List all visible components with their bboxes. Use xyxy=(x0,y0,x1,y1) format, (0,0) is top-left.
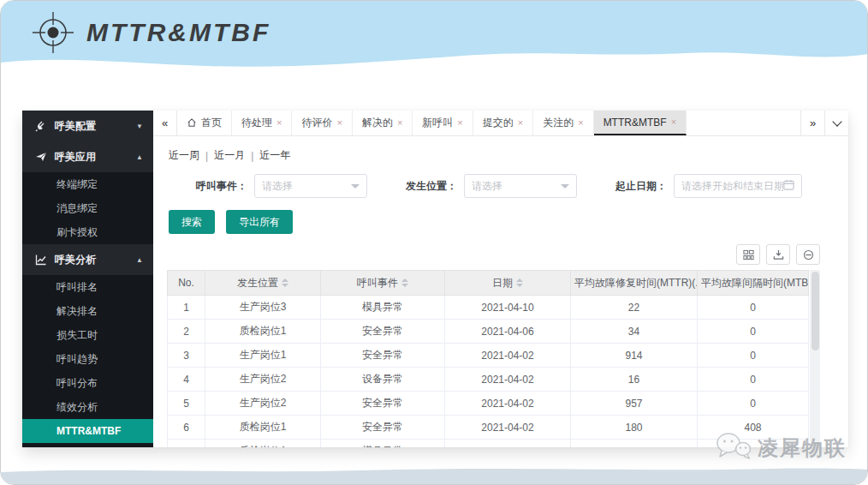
table-cell: 0 xyxy=(698,392,809,416)
sidebar-item-解决排名[interactable]: 解决排名 xyxy=(22,299,153,323)
table-header-row: No.发生位置呼叫事件日期平均故障修复时间(MTTR)(...平均故障间隔时间(… xyxy=(168,271,809,296)
sidebar-item-终端绑定[interactable]: 终端绑定 xyxy=(22,172,153,196)
chevron-down-icon: ▼ xyxy=(136,123,143,130)
sidebar-item-呼叫分布[interactable]: 呼叫分布 xyxy=(22,371,153,395)
date-range-input[interactable]: 请选择开始和结束日期 xyxy=(674,174,802,198)
sidebar-item-呼叫排名[interactable]: 呼叫排名 xyxy=(22,275,153,299)
table-cell: 质检岗位1 xyxy=(205,440,321,448)
tabs: 首页待处理×待评价×解决的×新呼叫×提交的×关注的×MTTR&MTBF× xyxy=(177,111,687,135)
tabbar-spacer xyxy=(687,111,800,135)
table-cell: 34 xyxy=(571,320,698,344)
close-icon[interactable]: × xyxy=(671,117,676,127)
tab-label: 新呼叫 xyxy=(422,116,453,130)
column-header-4[interactable]: 平均故障修复时间(MTTR)(... xyxy=(571,271,698,296)
column-label: No. xyxy=(178,277,194,289)
sidebar-item-MTTR&MTBF[interactable]: MTTR&MTBF xyxy=(22,419,153,443)
close-icon[interactable]: × xyxy=(336,118,342,128)
location-select[interactable]: 请选择 xyxy=(464,174,577,198)
table-cell: 3 xyxy=(168,344,205,368)
table-cell: 22 xyxy=(571,296,698,320)
table-cell: 2021-04-02 xyxy=(445,368,571,392)
tab-首页[interactable]: 首页 xyxy=(177,111,232,135)
table-cell: 2 xyxy=(168,320,205,344)
print-icon xyxy=(803,249,814,260)
sidebar-item-呼叫趋势[interactable]: 呼叫趋势 xyxy=(22,347,153,371)
sidebar-group-呼美应用[interactable]: 呼美应用▲ xyxy=(22,141,153,172)
table-row: 2质检岗位1安全异常2021-04-06340 xyxy=(168,320,809,344)
table-cell: 生产岗位3 xyxy=(205,296,321,320)
sidebar-group-呼美分析[interactable]: 呼美分析▲ xyxy=(22,244,153,275)
tab-label: 待处理 xyxy=(241,116,272,130)
quick-range-近一月[interactable]: 近一月 xyxy=(214,148,245,163)
column-header-5[interactable]: 平均故障间隔时间(MTBF)(... xyxy=(698,271,809,296)
table-cell: 安全异常 xyxy=(321,344,445,368)
scrollbar-thumb[interactable] xyxy=(812,272,819,350)
sidebar-group-label: 呼美分析 xyxy=(55,253,128,267)
close-icon[interactable]: × xyxy=(457,118,462,128)
quick-range-近一周[interactable]: 近一周 xyxy=(169,148,199,163)
close-icon[interactable]: × xyxy=(578,118,583,128)
tab-解决的[interactable]: 解决的× xyxy=(353,111,413,135)
tab-bar: « 首页待处理×待评价×解决的×新呼叫×提交的×关注的×MTTR&MTBF× » xyxy=(153,111,848,136)
table-cell: 生产岗位1 xyxy=(205,344,321,368)
table-cell: 216 xyxy=(571,440,698,448)
column-settings-button[interactable] xyxy=(736,244,760,265)
sidebar-item-消息绑定[interactable]: 消息绑定 xyxy=(22,196,153,220)
plug-icon xyxy=(34,120,47,133)
table-row: 5生产岗位2安全异常2021-04-029570 xyxy=(168,392,809,416)
tabs-scroll-left-button[interactable]: « xyxy=(153,111,177,135)
close-icon[interactable]: × xyxy=(276,118,282,128)
send-icon xyxy=(34,151,47,164)
call-event-select[interactable]: 请选择 xyxy=(254,174,367,198)
close-icon[interactable]: × xyxy=(518,118,523,128)
sidebar-item-刷卡授权[interactable]: 刷卡授权 xyxy=(22,220,153,244)
home-icon xyxy=(187,117,197,129)
table-cell: 180 xyxy=(571,416,698,440)
export-icon xyxy=(773,249,784,260)
tab-label: 提交的 xyxy=(483,116,514,130)
close-icon[interactable]: × xyxy=(397,118,402,128)
columns-icon xyxy=(743,249,754,260)
table-scrollbar[interactable] xyxy=(810,270,820,447)
column-header-2[interactable]: 呼叫事件 xyxy=(321,271,445,296)
tab-关注的[interactable]: 关注的× xyxy=(533,111,593,135)
sort-icon[interactable] xyxy=(282,278,288,287)
table-cell: 0 xyxy=(698,296,809,320)
sidebar-group-呼美配置[interactable]: 呼美配置▼ xyxy=(22,111,153,141)
table-cell: 2021-04-10 xyxy=(445,296,571,320)
tab-待处理[interactable]: 待处理× xyxy=(232,111,292,135)
action-buttons: 搜索 导出所有 xyxy=(169,210,835,234)
table-cell: 914 xyxy=(571,344,698,368)
table-cell: 2021-04-02 xyxy=(445,440,571,448)
tab-待评价[interactable]: 待评价× xyxy=(292,111,352,135)
bottom-wave xyxy=(1,462,868,484)
tab-新呼叫[interactable]: 新呼叫× xyxy=(413,111,473,135)
print-button[interactable] xyxy=(796,244,820,265)
sidebar-item-损失工时[interactable]: 损失工时 xyxy=(22,323,153,347)
sidebar-item-绩效分析[interactable]: 绩效分析 xyxy=(22,395,153,419)
tab-提交的[interactable]: 提交的× xyxy=(473,111,533,135)
content: 近一周|近一月|近一年 呼叫事件： 请选择 发生位置： 请选择 xyxy=(153,136,848,447)
export-all-button[interactable]: 导出所有 xyxy=(226,210,293,234)
call-event-label: 呼叫事件： xyxy=(196,179,247,194)
table-cell: 957 xyxy=(571,392,698,416)
sort-icon[interactable] xyxy=(516,278,523,287)
column-label: 平均故障修复时间(MTTR)(... xyxy=(574,276,698,290)
export-button[interactable] xyxy=(766,244,790,265)
separator: | xyxy=(251,150,253,162)
quick-range-近一年[interactable]: 近一年 xyxy=(259,148,290,163)
table-cell: 设备异常 xyxy=(321,368,445,392)
table-cell: 质检岗位1 xyxy=(205,416,321,440)
search-button[interactable]: 搜索 xyxy=(169,210,215,234)
column-header-3[interactable]: 日期 xyxy=(445,271,571,296)
tab-MTTR&MTBF[interactable]: MTTR&MTBF× xyxy=(594,111,687,135)
sort-icon[interactable] xyxy=(401,278,408,287)
crosshair-logo-icon xyxy=(32,11,74,54)
table-cell: 2021-04-02 xyxy=(445,392,571,416)
column-header-1[interactable]: 发生位置 xyxy=(205,271,321,296)
separator: | xyxy=(205,150,208,162)
column-label: 日期 xyxy=(492,276,513,290)
tabs-scroll-right-button[interactable]: » xyxy=(800,111,824,135)
table-cell: 1 xyxy=(168,296,205,320)
tabs-menu-button[interactable] xyxy=(824,111,848,135)
